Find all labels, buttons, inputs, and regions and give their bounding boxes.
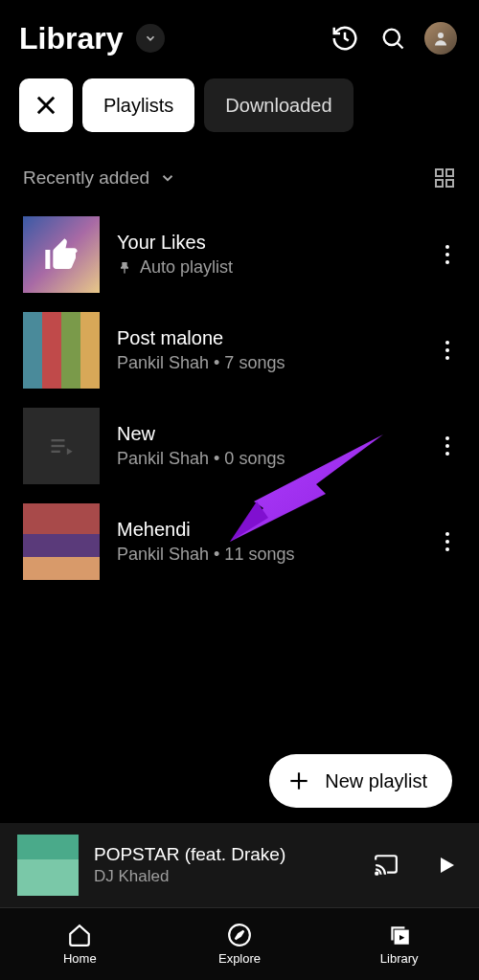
nav-label: Home (63, 951, 97, 966)
fab-label: New playlist (325, 770, 427, 792)
playlist-title: Post malone (117, 327, 416, 349)
clear-filter-button[interactable] (19, 78, 73, 132)
bottom-nav: Home Explore Library (0, 907, 479, 980)
svg-rect-6 (446, 169, 453, 176)
svg-point-11 (445, 260, 449, 264)
playlist-icon (48, 433, 75, 459)
more-options-button[interactable] (433, 235, 462, 274)
history-icon (331, 24, 359, 53)
compass-icon (227, 923, 252, 947)
cast-button[interactable] (364, 845, 408, 885)
svg-point-13 (445, 348, 449, 352)
more-options-button[interactable] (433, 523, 462, 561)
svg-marker-32 (236, 931, 244, 940)
filter-playlists[interactable]: Playlists (82, 78, 194, 132)
playlist-list: Your Likes Auto playlist Post malone Pan… (0, 197, 479, 590)
miniplayer-thumb (17, 835, 79, 896)
nav-label: Library (380, 951, 419, 966)
more-vert-icon (445, 531, 450, 552)
pin-icon (117, 260, 132, 276)
avatar (424, 22, 457, 55)
nav-label: Explore (218, 951, 261, 966)
playlist-subtitle: Auto playlist (117, 257, 416, 278)
grid-icon (433, 167, 456, 189)
sort-row: Recently added (0, 140, 479, 197)
search-button[interactable] (374, 19, 412, 57)
list-item-text: Your Likes Auto playlist (117, 232, 416, 278)
new-playlist-button[interactable]: New playlist (269, 754, 452, 808)
svg-point-12 (445, 341, 449, 345)
svg-point-2 (438, 33, 444, 38)
thumbs-up-icon (42, 235, 80, 274)
list-item[interactable]: Mehendi Pankil Shah • 11 songs (19, 494, 466, 590)
playlist-thumb (23, 503, 100, 580)
list-item-text: New Pankil Shah • 0 songs (117, 423, 416, 469)
more-options-button[interactable] (433, 331, 462, 369)
header: Library (0, 0, 479, 73)
library-icon (387, 923, 412, 947)
list-item-text: Mehendi Pankil Shah • 11 songs (117, 519, 416, 565)
more-vert-icon (445, 340, 450, 361)
list-item-text: Post malone Pankil Shah • 7 songs (117, 327, 416, 373)
svg-point-14 (445, 356, 449, 360)
home-icon (67, 923, 92, 947)
playlist-thumb (23, 216, 100, 293)
svg-point-9 (445, 245, 449, 249)
svg-marker-18 (67, 448, 73, 455)
miniplayer[interactable]: POPSTAR (feat. Drake) DJ Khaled (0, 823, 479, 907)
playlist-thumb (23, 408, 100, 484)
miniplayer-artist: DJ Khaled (94, 867, 349, 886)
library-dropdown[interactable] (136, 24, 165, 53)
svg-point-20 (445, 444, 449, 448)
filter-downloaded[interactable]: Downloaded (204, 78, 353, 132)
avatar-button[interactable] (422, 19, 460, 57)
svg-point-23 (445, 540, 449, 544)
svg-point-21 (445, 452, 449, 456)
svg-marker-30 (441, 858, 454, 873)
play-button[interactable] (423, 845, 462, 885)
close-icon (33, 92, 59, 119)
chevron-down-icon (144, 32, 157, 45)
playlist-thumb (23, 312, 100, 389)
cast-icon (372, 853, 400, 878)
miniplayer-text: POPSTAR (feat. Drake) DJ Khaled (94, 844, 349, 886)
miniplayer-title: POPSTAR (feat. Drake) (94, 844, 349, 865)
page-title: Library (19, 21, 123, 56)
svg-rect-7 (436, 180, 443, 187)
list-item[interactable]: Post malone Pankil Shah • 7 songs (19, 302, 466, 398)
svg-rect-8 (446, 180, 453, 187)
history-button[interactable] (326, 19, 364, 57)
svg-point-10 (445, 253, 449, 256)
playlist-subtitle: Pankil Shah • 0 songs (117, 449, 416, 469)
sort-label-text: Recently added (23, 167, 149, 189)
list-item[interactable]: New Pankil Shah • 0 songs (19, 398, 466, 494)
list-item[interactable]: Your Likes Auto playlist (19, 207, 466, 302)
play-icon (435, 853, 458, 878)
chip-label: Downloaded (225, 95, 331, 117)
svg-line-1 (398, 43, 402, 48)
svg-point-29 (376, 873, 377, 875)
playlist-title: Mehendi (117, 519, 416, 541)
plus-icon (286, 768, 311, 793)
filter-chips: Playlists Downloaded (0, 73, 479, 140)
chip-label: Playlists (103, 95, 173, 117)
playlist-title: New (117, 423, 416, 445)
search-icon (379, 25, 406, 52)
more-options-button[interactable] (433, 427, 462, 465)
svg-point-19 (445, 436, 449, 440)
playlist-title: Your Likes (117, 232, 416, 254)
nav-home[interactable]: Home (0, 908, 160, 980)
view-toggle-grid[interactable] (433, 167, 456, 189)
chevron-down-icon (159, 169, 176, 187)
svg-rect-5 (436, 169, 443, 176)
playlist-subtitle: Pankil Shah • 7 songs (117, 353, 416, 373)
more-vert-icon (445, 435, 450, 457)
svg-point-0 (384, 30, 399, 45)
nav-library[interactable]: Library (319, 908, 479, 980)
more-vert-icon (445, 244, 450, 265)
svg-point-22 (445, 532, 449, 536)
playlist-subtitle: Pankil Shah • 11 songs (117, 545, 416, 565)
svg-point-24 (445, 547, 449, 551)
nav-explore[interactable]: Explore (160, 908, 320, 980)
sort-dropdown[interactable]: Recently added (23, 167, 176, 189)
